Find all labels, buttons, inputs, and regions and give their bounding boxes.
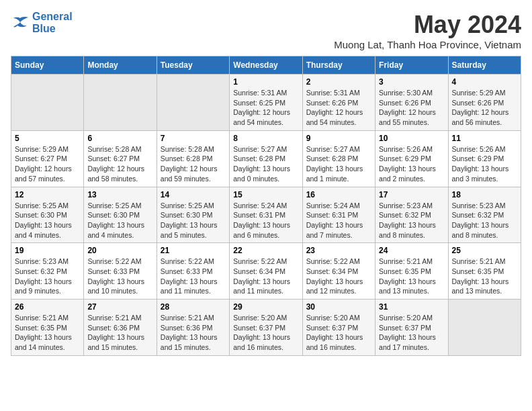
day-info: Sunrise: 5:22 AM Sunset: 6:33 PM Dayligh… [87, 257, 152, 296]
page-header: General Blue May 2024 Muong Lat, Thanh H… [11, 11, 521, 50]
day-info: Sunrise: 5:21 AM Sunset: 6:35 PM Dayligh… [15, 313, 80, 353]
day-info: Sunrise: 5:26 AM Sunset: 6:29 PM Dayligh… [452, 144, 517, 184]
weekday-saturday: Saturday [448, 56, 521, 75]
calendar-cell: 16Sunrise: 5:24 AM Sunset: 6:31 PM Dayli… [302, 187, 375, 243]
day-number: 2 [306, 77, 371, 87]
day-info: Sunrise: 5:30 AM Sunset: 6:26 PM Dayligh… [379, 88, 444, 128]
calendar-cell: 26Sunrise: 5:21 AM Sunset: 6:35 PM Dayli… [11, 300, 84, 356]
calendar-cell: 28Sunrise: 5:21 AM Sunset: 6:36 PM Dayli… [157, 300, 229, 356]
calendar-cell [11, 75, 84, 131]
calendar-cell: 6Sunrise: 5:28 AM Sunset: 6:27 PM Daylig… [84, 130, 157, 187]
calendar-week-1: 5Sunrise: 5:29 AM Sunset: 6:27 PM Daylig… [11, 130, 521, 187]
calendar-cell: 14Sunrise: 5:25 AM Sunset: 6:30 PM Dayli… [157, 187, 229, 243]
day-number: 8 [233, 134, 298, 143]
day-info: Sunrise: 5:23 AM Sunset: 6:32 PM Dayligh… [452, 201, 517, 240]
weekday-tuesday: Tuesday [157, 56, 229, 75]
calendar-body: 1Sunrise: 5:31 AM Sunset: 6:25 PM Daylig… [11, 75, 521, 356]
calendar-cell: 11Sunrise: 5:26 AM Sunset: 6:29 PM Dayli… [448, 130, 521, 187]
calendar-cell: 21Sunrise: 5:22 AM Sunset: 6:33 PM Dayli… [157, 243, 229, 300]
day-number: 29 [233, 302, 298, 312]
weekday-wednesday: Wednesday [230, 56, 302, 75]
calendar-cell: 22Sunrise: 5:22 AM Sunset: 6:34 PM Dayli… [230, 243, 302, 300]
day-number: 9 [306, 134, 371, 143]
day-info: Sunrise: 5:20 AM Sunset: 6:37 PM Dayligh… [379, 313, 444, 353]
day-info: Sunrise: 5:24 AM Sunset: 6:31 PM Dayligh… [306, 201, 371, 240]
calendar-cell: 17Sunrise: 5:23 AM Sunset: 6:32 PM Dayli… [375, 187, 448, 243]
day-info: Sunrise: 5:25 AM Sunset: 6:30 PM Dayligh… [87, 201, 152, 240]
calendar-cell: 15Sunrise: 5:24 AM Sunset: 6:31 PM Dayli… [230, 187, 302, 243]
weekday-monday: Monday [84, 56, 157, 75]
day-info: Sunrise: 5:29 AM Sunset: 6:27 PM Dayligh… [15, 144, 80, 184]
calendar-header: SundayMondayTuesdayWednesdayThursdayFrid… [11, 56, 521, 75]
day-number: 1 [233, 77, 298, 87]
calendar-week-2: 12Sunrise: 5:25 AM Sunset: 6:30 PM Dayli… [11, 187, 521, 243]
weekday-friday: Friday [375, 56, 448, 75]
day-info: Sunrise: 5:23 AM Sunset: 6:32 PM Dayligh… [379, 201, 444, 240]
calendar-cell: 25Sunrise: 5:21 AM Sunset: 6:35 PM Dayli… [448, 243, 521, 300]
day-info: Sunrise: 5:24 AM Sunset: 6:31 PM Dayligh… [233, 201, 298, 240]
day-info: Sunrise: 5:22 AM Sunset: 6:34 PM Dayligh… [306, 257, 371, 296]
calendar-cell: 20Sunrise: 5:22 AM Sunset: 6:33 PM Dayli… [84, 243, 157, 300]
calendar-cell: 30Sunrise: 5:20 AM Sunset: 6:37 PM Dayli… [302, 300, 375, 356]
day-info: Sunrise: 5:31 AM Sunset: 6:26 PM Dayligh… [306, 88, 371, 128]
calendar-week-0: 1Sunrise: 5:31 AM Sunset: 6:25 PM Daylig… [11, 75, 521, 131]
day-number: 26 [15, 302, 80, 312]
day-info: Sunrise: 5:22 AM Sunset: 6:34 PM Dayligh… [233, 257, 298, 296]
day-number: 21 [161, 246, 226, 255]
logo-text: General Blue [32, 11, 73, 35]
calendar-cell: 23Sunrise: 5:22 AM Sunset: 6:34 PM Dayli… [302, 243, 375, 300]
calendar-week-3: 19Sunrise: 5:23 AM Sunset: 6:32 PM Dayli… [11, 243, 521, 300]
day-number: 22 [233, 246, 298, 255]
day-info: Sunrise: 5:22 AM Sunset: 6:33 PM Dayligh… [161, 257, 226, 296]
day-number: 24 [379, 246, 444, 255]
calendar-cell: 31Sunrise: 5:20 AM Sunset: 6:37 PM Dayli… [375, 300, 448, 356]
day-info: Sunrise: 5:28 AM Sunset: 6:28 PM Dayligh… [161, 144, 226, 184]
calendar-cell: 18Sunrise: 5:23 AM Sunset: 6:32 PM Dayli… [448, 187, 521, 243]
calendar-cell: 9Sunrise: 5:27 AM Sunset: 6:28 PM Daylig… [302, 130, 375, 187]
calendar-cell: 7Sunrise: 5:28 AM Sunset: 6:28 PM Daylig… [157, 130, 229, 187]
day-number: 13 [87, 190, 152, 199]
day-number: 31 [379, 302, 444, 312]
day-info: Sunrise: 5:25 AM Sunset: 6:30 PM Dayligh… [15, 201, 80, 240]
day-number: 20 [87, 246, 152, 255]
logo: General Blue [11, 11, 73, 35]
day-number: 11 [452, 134, 517, 143]
weekday-thursday: Thursday [302, 56, 375, 75]
calendar-cell: 4Sunrise: 5:29 AM Sunset: 6:26 PM Daylig… [448, 75, 521, 131]
calendar-cell: 12Sunrise: 5:25 AM Sunset: 6:30 PM Dayli… [11, 187, 84, 243]
day-number: 25 [452, 246, 517, 255]
logo-icon [11, 15, 30, 30]
day-number: 17 [379, 190, 444, 199]
day-number: 14 [161, 190, 226, 199]
calendar-cell: 10Sunrise: 5:26 AM Sunset: 6:29 PM Dayli… [375, 130, 448, 187]
day-info: Sunrise: 5:21 AM Sunset: 6:35 PM Dayligh… [379, 257, 444, 296]
day-info: Sunrise: 5:25 AM Sunset: 6:30 PM Dayligh… [161, 201, 226, 240]
day-number: 10 [379, 134, 444, 143]
day-number: 15 [233, 190, 298, 199]
day-number: 7 [161, 134, 226, 143]
day-number: 5 [15, 134, 80, 143]
day-info: Sunrise: 5:21 AM Sunset: 6:35 PM Dayligh… [452, 257, 517, 296]
day-info: Sunrise: 5:21 AM Sunset: 6:36 PM Dayligh… [87, 313, 152, 353]
day-info: Sunrise: 5:31 AM Sunset: 6:25 PM Dayligh… [233, 88, 298, 128]
day-info: Sunrise: 5:26 AM Sunset: 6:29 PM Dayligh… [379, 144, 444, 184]
calendar-cell: 29Sunrise: 5:20 AM Sunset: 6:37 PM Dayli… [230, 300, 302, 356]
day-number: 23 [306, 246, 371, 255]
day-number: 28 [161, 302, 226, 312]
day-number: 6 [87, 134, 152, 143]
calendar-cell: 1Sunrise: 5:31 AM Sunset: 6:25 PM Daylig… [230, 75, 302, 131]
day-info: Sunrise: 5:27 AM Sunset: 6:28 PM Dayligh… [306, 144, 371, 184]
day-number: 30 [306, 302, 371, 312]
day-number: 19 [15, 246, 80, 255]
weekday-header-row: SundayMondayTuesdayWednesdayThursdayFrid… [11, 56, 521, 75]
day-info: Sunrise: 5:29 AM Sunset: 6:26 PM Dayligh… [452, 88, 517, 128]
calendar-cell: 19Sunrise: 5:23 AM Sunset: 6:32 PM Dayli… [11, 243, 84, 300]
day-info: Sunrise: 5:28 AM Sunset: 6:27 PM Dayligh… [87, 144, 152, 184]
month-title: May 2024 [334, 11, 521, 39]
day-number: 18 [452, 190, 517, 199]
calendar-cell: 27Sunrise: 5:21 AM Sunset: 6:36 PM Dayli… [84, 300, 157, 356]
title-block: May 2024 Muong Lat, Thanh Hoa Province, … [334, 11, 521, 50]
day-number: 4 [452, 77, 517, 87]
calendar-cell: 13Sunrise: 5:25 AM Sunset: 6:30 PM Dayli… [84, 187, 157, 243]
calendar-cell: 2Sunrise: 5:31 AM Sunset: 6:26 PM Daylig… [302, 75, 375, 131]
